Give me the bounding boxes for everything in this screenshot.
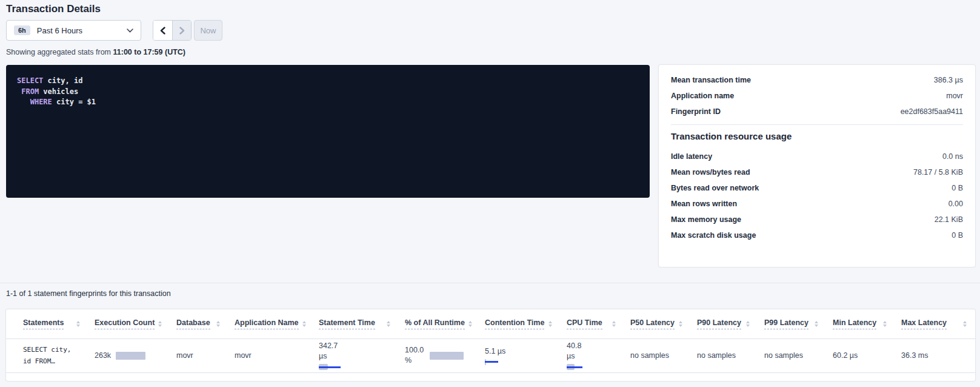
stats-period-text: Showing aggregated stats from 11:00 to 1… bbox=[6, 48, 185, 56]
stats-period-prefix: Showing aggregated stats from bbox=[6, 48, 113, 56]
column-header-p90-latency[interactable]: P90 Latency bbox=[697, 318, 741, 329]
table-header-row: Statements Execution Count Database Appl… bbox=[6, 309, 975, 338]
next-interval-button[interactable] bbox=[172, 21, 191, 40]
summary-value: ee2df683f5aa9411 bbox=[901, 107, 963, 116]
max-latency-cell: 36.3 ms bbox=[895, 338, 975, 372]
contention-time-cell: 5.1 µs bbox=[479, 338, 561, 372]
column-header-statements[interactable]: Statements bbox=[23, 318, 64, 329]
sort-icon[interactable] bbox=[158, 321, 162, 327]
summary-label: Idle latency bbox=[671, 152, 712, 161]
summary-label: Mean rows/bytes read bbox=[671, 168, 750, 177]
column-header-statement-time[interactable]: Statement Time bbox=[319, 318, 375, 329]
database-cell: movr bbox=[170, 338, 228, 372]
summary-label: Bytes read over network bbox=[671, 184, 759, 192]
transaction-summary-card: Mean transaction time 386.3 µs Applicati… bbox=[659, 65, 975, 267]
contention-time-bar bbox=[485, 359, 498, 365]
sort-icon[interactable] bbox=[302, 321, 306, 327]
statement-time-bar bbox=[319, 364, 341, 370]
column-header-max-latency[interactable]: Max Latency bbox=[901, 318, 947, 329]
statements-table: Statements Execution Count Database Appl… bbox=[6, 309, 975, 373]
sql-statement-card: SELECT city, id FROM vehicles WHERE city… bbox=[6, 65, 650, 198]
min-latency-cell: 60.2 µs bbox=[827, 338, 895, 372]
cpu-time-cell: 40.8 µs bbox=[561, 338, 624, 372]
column-header-execution-count[interactable]: Execution Count bbox=[95, 318, 155, 329]
application-name-cell: movr bbox=[228, 338, 313, 372]
summary-label: Fingerprint ID bbox=[671, 107, 721, 116]
sql-line: WHERE city = $1 bbox=[17, 97, 639, 108]
summary-label: Max scratch disk usage bbox=[671, 231, 756, 240]
sort-icon[interactable] bbox=[548, 321, 552, 327]
time-range-badge: 6h bbox=[14, 25, 30, 35]
sort-icon[interactable] bbox=[468, 321, 472, 327]
column-header-database[interactable]: Database bbox=[176, 318, 210, 329]
summary-divider bbox=[671, 124, 963, 125]
time-pager bbox=[153, 20, 192, 41]
execution-count-bar bbox=[116, 352, 145, 360]
time-range-dropdown[interactable]: 6h Past 6 Hours bbox=[6, 20, 141, 41]
sort-icon[interactable] bbox=[76, 321, 80, 327]
p99-latency-cell: no samples bbox=[758, 338, 827, 372]
statements-table-card: Statements Execution Count Database Appl… bbox=[6, 309, 975, 381]
summary-row: Mean transaction time 386.3 µs bbox=[671, 72, 963, 88]
cpu-time-bar bbox=[567, 364, 582, 370]
sort-icon[interactable] bbox=[679, 321, 682, 327]
runtime-bar bbox=[430, 352, 464, 360]
statement-fingerprint-link[interactable]: SELECT city,id FROM… bbox=[23, 344, 88, 367]
page-title: Transaction Details bbox=[6, 3, 101, 15]
summary-label: Mean rows written bbox=[671, 200, 737, 208]
summary-value: 386.3 µs bbox=[934, 76, 963, 84]
summary-value: 0 B bbox=[952, 231, 963, 240]
sort-icon[interactable] bbox=[815, 321, 818, 327]
summary-row: Bytes read over network 0 B bbox=[671, 180, 963, 196]
sort-icon[interactable] bbox=[883, 321, 887, 327]
column-header-contention-time[interactable]: Contention Time bbox=[485, 318, 544, 329]
time-range-label: Past 6 Hours bbox=[37, 26, 82, 35]
p50-latency-cell: no samples bbox=[624, 338, 691, 372]
column-header-p50-latency[interactable]: P50 Latency bbox=[630, 318, 675, 329]
runtime-cell: 100.0 % bbox=[399, 338, 479, 372]
summary-value: 78.17 / 5.8 KiB bbox=[913, 168, 963, 177]
summary-row: Max scratch disk usage 0 B bbox=[671, 227, 963, 243]
column-header-p99-latency[interactable]: P99 Latency bbox=[764, 318, 808, 329]
summary-row: Application name movr bbox=[671, 88, 963, 104]
now-button[interactable]: Now bbox=[194, 20, 222, 41]
summary-row: Idle latency 0.0 ns bbox=[671, 149, 963, 164]
summary-value: 0.00 bbox=[948, 200, 963, 208]
column-header-min-latency[interactable]: Min Latency bbox=[833, 318, 876, 329]
section-divider bbox=[0, 283, 980, 283]
summary-row: Fingerprint ID ee2df683f5aa9411 bbox=[671, 104, 963, 119]
summary-value: movr bbox=[946, 92, 963, 100]
stats-period-range: 11:00 to 17:59 (UTC) bbox=[113, 48, 185, 56]
sort-icon[interactable] bbox=[963, 321, 967, 327]
p90-latency-cell: no samples bbox=[691, 338, 758, 372]
summary-value: 0.0 ns bbox=[942, 152, 963, 161]
sql-line: FROM vehicles bbox=[17, 87, 639, 98]
statements-count-caption: 1-1 of 1 statement fingerprints for this… bbox=[6, 289, 171, 298]
summary-row: Max memory usage 22.1 KiB bbox=[671, 212, 963, 227]
summary-row: Mean rows written 0.00 bbox=[671, 196, 963, 212]
summary-label: Max memory usage bbox=[671, 215, 741, 224]
summary-value: 0 B bbox=[952, 184, 963, 192]
sort-icon[interactable] bbox=[387, 321, 390, 327]
sql-line: SELECT city, id bbox=[17, 76, 639, 87]
summary-row: Mean rows/bytes read 78.17 / 5.8 KiB bbox=[671, 164, 963, 180]
statement-row[interactable]: SELECT city,id FROM… 263k movr movr 342.… bbox=[6, 338, 975, 372]
column-header-application-name[interactable]: Application Name bbox=[235, 318, 299, 329]
statement-time-cell: 342.7 µs bbox=[313, 338, 399, 372]
summary-label: Mean transaction time bbox=[671, 76, 751, 84]
summary-value: 22.1 KiB bbox=[935, 215, 963, 224]
resource-usage-title: Transaction resource usage bbox=[671, 131, 963, 141]
sort-icon[interactable] bbox=[746, 321, 750, 327]
column-header-runtime[interactable]: % of All Runtime bbox=[405, 318, 465, 329]
previous-interval-button[interactable] bbox=[153, 21, 172, 40]
execution-count-cell: 263k bbox=[95, 351, 170, 360]
column-header-cpu-time[interactable]: CPU Time bbox=[567, 318, 602, 329]
sort-icon[interactable] bbox=[216, 321, 220, 327]
sort-icon[interactable] bbox=[612, 321, 616, 327]
chevron-down-icon bbox=[127, 29, 133, 33]
summary-label: Application name bbox=[671, 92, 734, 100]
